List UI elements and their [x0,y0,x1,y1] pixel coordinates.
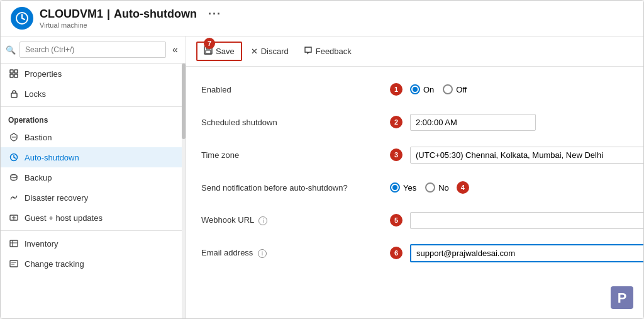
header-title: CLOUDVM1 | Auto-shutdown ··· [40,8,221,21]
backup-label: Backup [25,173,52,182]
form-row-scheduled-shutdown: Scheduled shutdown 2 [201,112,628,132]
enabled-control: 1 On Off [390,83,628,96]
form-row-time-zone: Time zone 3 [201,145,628,165]
email-address-input[interactable] [410,244,643,262]
step-4-badge: 4 [457,181,469,194]
feedback-icon [304,46,313,57]
save-button[interactable]: Save [196,42,242,61]
header-subtitle: Virtual machine [40,21,221,29]
enabled-radio-group: On Off [410,84,467,94]
change-tracking-icon [8,258,19,269]
page-title: Auto-shutdown [114,8,197,21]
sidebar-item-guest-host-updates[interactable]: Guest + host updates [1,208,186,228]
svg-rect-1 [10,70,13,73]
auto-shutdown-icon [8,152,19,163]
webhook-info-icon[interactable]: i [258,216,267,225]
properties-icon [8,68,19,79]
enabled-off-label: Off [456,85,467,94]
discard-icon: ✕ [251,47,258,56]
disaster-recovery-icon [8,192,19,203]
updates-icon [8,212,19,223]
notification-no-radio[interactable] [425,182,435,193]
step-6-badge: 6 [390,247,402,259]
time-zone-label: Time zone [201,150,390,160]
enabled-off-radio[interactable] [443,84,453,94]
save-label: Save [216,47,235,56]
title-separator: | [107,8,110,21]
sidebar-item-disaster-recovery[interactable]: Disaster recovery [1,187,186,208]
search-input[interactable] [19,42,166,58]
step-2-badge: 2 [390,116,402,128]
header: CLOUDVM1 | Auto-shutdown ··· Virtual mac… [1,1,643,36]
step-5-badge: 5 [390,214,402,227]
scroll-thumb[interactable] [182,64,186,139]
divider-1 [1,106,186,107]
sidebar-item-auto-shutdown[interactable]: Auto-shutdown [1,147,186,167]
enabled-on-radio[interactable] [410,84,420,94]
toolbar-badge: 7 [204,38,215,49]
disaster-recovery-label: Disaster recovery [25,193,88,203]
divider-2 [1,230,186,231]
svg-text:P: P [618,290,627,306]
sidebar-item-backup[interactable]: Backup [1,167,186,187]
toolbar: 7 Save ✕ Discard [186,36,643,67]
collapse-button[interactable]: « [170,43,180,57]
form-row-webhook-url: Webhook URL i 5 [201,210,628,230]
webhook-url-label: Webhook URL i [201,215,390,225]
scheduled-shutdown-control: 2 [390,114,628,131]
email-address-control: 6 [390,244,643,262]
feedback-button[interactable]: Feedback [297,43,358,60]
scheduled-shutdown-input[interactable] [410,114,536,131]
svg-rect-2 [14,70,18,73]
svg-rect-4 [14,74,18,77]
auto-shutdown-label: Auto-shutdown [25,153,79,162]
feedback-label: Feedback [316,47,352,56]
email-info-icon[interactable]: i [258,249,267,258]
enabled-label: Enabled [201,85,390,94]
main-wrapper: 7 Save ✕ Discard [186,36,643,318]
sidebar-item-change-tracking[interactable]: Change tracking [1,254,186,274]
vm-name: CLOUDVM1 [40,8,103,21]
notification-no-option[interactable]: No [425,182,449,193]
sidebar-item-locks[interactable]: Locks [1,84,186,104]
more-options-button[interactable]: ··· [208,8,221,21]
search-bar: 🔍 « [1,36,186,64]
header-title-block: CLOUDVM1 | Auto-shutdown ··· Virtual mac… [40,8,221,29]
webhook-url-control: 5 [390,212,643,229]
discard-button[interactable]: ✕ Discard [245,43,295,59]
bastion-label: Bastion [25,133,52,142]
scroll-track [182,64,186,318]
notification-yes-option[interactable]: Yes [390,182,416,193]
scheduled-shutdown-label: Scheduled shutdown [201,118,390,127]
notification-radio-group: Yes No [390,182,449,193]
sidebar-item-bastion[interactable]: Bastion [1,127,186,147]
enabled-off-option[interactable]: Off [443,84,467,94]
enabled-on-option[interactable]: On [410,84,434,94]
sidebar: 🔍 « Properties Locks [1,36,186,318]
form-row-email-address: Email address i 6 [201,243,628,263]
svg-rect-3 [10,74,13,77]
step-3-badge: 3 [390,148,402,161]
email-address-label: Email address i [201,248,390,258]
form-area: Enabled 1 On Off [186,67,643,318]
sidebar-item-inventory[interactable]: Inventory [1,233,186,254]
change-tracking-label: Change tracking [25,259,84,269]
step-1-badge: 1 [390,83,402,96]
webhook-url-input[interactable] [410,212,643,229]
notification-no-label: No [438,183,449,193]
svg-rect-13 [10,240,18,247]
app-container: CLOUDVM1 | Auto-shutdown ··· Virtual mac… [0,0,644,319]
lock-icon [8,88,19,99]
operations-section-label: Operations [1,109,186,127]
send-notification-label: Send notification before auto-shutdown? [201,183,390,193]
search-icon: 🔍 [6,45,16,55]
main-content: 7 Save ✕ Discard [186,36,643,318]
bastion-icon [8,132,19,143]
sidebar-content: Properties Locks Operations Bastion [1,64,186,318]
inventory-icon [8,238,19,249]
discard-label: Discard [261,47,289,56]
time-zone-control: 3 [390,147,643,164]
time-zone-input[interactable] [410,147,643,164]
sidebar-item-properties[interactable]: Properties [1,64,186,84]
notification-yes-radio[interactable] [390,182,400,193]
